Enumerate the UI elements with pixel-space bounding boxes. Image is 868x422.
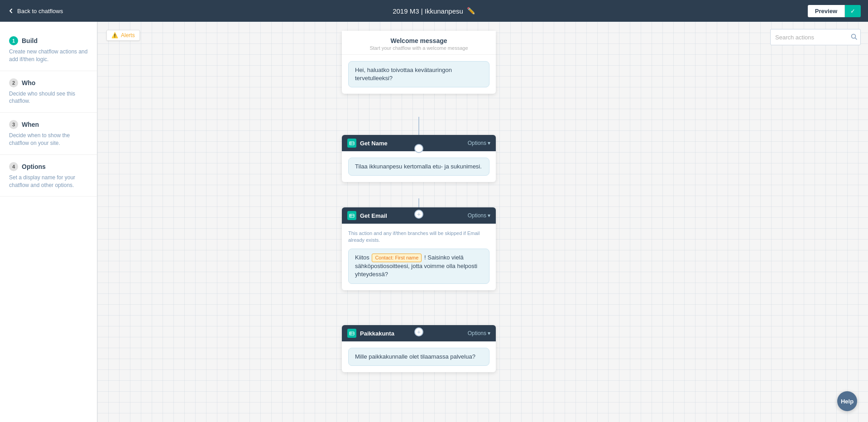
- get-email-node-icon: [347, 211, 356, 220]
- paikkakunta-message-bubble: Mille paikkakunnalle olet tilaamassa pal…: [348, 348, 489, 366]
- preview-button[interactable]: Preview: [808, 5, 845, 17]
- title-area: 2019 M3 | Ikkunanpesu ✏️: [393, 7, 475, 15]
- alerts-button[interactable]: ⚠️ Alerts: [106, 30, 140, 41]
- chevron-down-icon-paikkakunta: ▾: [488, 330, 490, 336]
- chevron-down-icon-email: ▾: [488, 212, 490, 219]
- step-desc-build: Create new chatflow actions and add if/t…: [9, 48, 88, 63]
- get-email-title-area: Get Email: [347, 211, 387, 220]
- chevron-down-icon: ▾: [488, 140, 490, 146]
- welcome-message-bubble: Hei, haluatko toivottaa kevätauringon te…: [348, 61, 489, 87]
- step-num-2: 2: [9, 78, 18, 87]
- add-step-button-3[interactable]: +: [414, 327, 423, 336]
- paikkakunta-title-area: Paikkakunta: [347, 329, 394, 338]
- welcome-header: Welcome message Start your chatflow with…: [342, 31, 496, 55]
- get-name-options-label: Options: [468, 140, 486, 146]
- step-desc-options: Set a display name for your chatflow and…: [9, 174, 88, 189]
- back-to-chatflows-button[interactable]: Back to chatflows: [7, 7, 63, 14]
- sidebar-step-who[interactable]: 2 Who Decide who should see this chatflo…: [0, 71, 97, 113]
- back-arrow-icon: [7, 7, 14, 14]
- search-actions-container: [770, 29, 861, 45]
- step-label-when: When: [22, 121, 39, 128]
- top-navigation: Back to chatflows 2019 M3 | Ikkunanpesu …: [0, 0, 868, 22]
- flow-title: 2019 M3 | Ikkunanpesu: [393, 7, 463, 15]
- add-step-button-2[interactable]: +: [414, 210, 423, 219]
- edit-title-icon[interactable]: ✏️: [467, 7, 475, 15]
- paikkakunta-body: Mille paikkakunnalle olet tilaamassa pal…: [342, 341, 496, 372]
- search-input[interactable]: [770, 29, 861, 45]
- alert-triangle-icon: ⚠️: [111, 32, 118, 38]
- sidebar-step-when[interactable]: 3 When Decide when to show the chatflow …: [0, 113, 97, 155]
- publish-button[interactable]: ✓: [845, 5, 861, 17]
- welcome-title: Welcome message: [349, 37, 489, 44]
- publish-check-icon: ✓: [850, 8, 855, 14]
- get-email-note: This action and any if/then branches wil…: [348, 230, 489, 244]
- get-name-options-button[interactable]: Options ▾: [468, 140, 490, 146]
- back-label: Back to chatflows: [17, 8, 63, 14]
- svg-line-1: [855, 38, 857, 39]
- get-email-message-bubble: Kiitos Contact: First name ! Saisinko vi…: [348, 249, 489, 284]
- step-label-options: Options: [22, 163, 46, 170]
- add-step-button-1: [414, 144, 423, 153]
- get-email-node[interactable]: Get Email Options ▾ This action and any …: [342, 207, 496, 290]
- step-label-who: Who: [22, 79, 35, 86]
- contact-first-name-token[interactable]: Contact: First name: [372, 254, 422, 262]
- alerts-label: Alerts: [121, 32, 135, 38]
- sidebar: 1 Build Create new chatflow actions and …: [0, 22, 97, 422]
- get-name-node[interactable]: Get Name Options ▾ Tilaa ikkunanpesu ker…: [342, 135, 496, 182]
- sidebar-step-options[interactable]: 4 Options Set a display name for your ch…: [0, 155, 97, 197]
- action-buttons: Preview ✓: [808, 5, 861, 17]
- step-num-4: 4: [9, 162, 18, 171]
- step-desc-who: Decide who should see this chatflow.: [9, 90, 88, 106]
- sidebar-step-build[interactable]: 1 Build Create new chatflow actions and …: [0, 29, 97, 71]
- step-num-3: 3: [9, 120, 18, 129]
- paikkakunta-node-icon: [347, 329, 356, 338]
- get-name-title-area: Get Name: [347, 139, 388, 148]
- get-name-body: Tilaa ikkunanpesu kertomalla etu- ja suk…: [342, 151, 496, 182]
- main-layout: 1 Build Create new chatflow actions and …: [0, 22, 868, 422]
- welcome-body: Hei, haluatko toivottaa kevätauringon te…: [342, 55, 496, 94]
- paikkakunta-options-button[interactable]: Options ▾: [468, 330, 490, 336]
- get-email-options-label: Options: [468, 212, 486, 219]
- get-name-title: Get Name: [360, 140, 388, 147]
- help-button[interactable]: Help: [837, 391, 857, 411]
- get-name-message-bubble: Tilaa ikkunanpesu kertomalla etu- ja suk…: [348, 158, 489, 176]
- step-desc-when: Decide when to show the chatflow on your…: [9, 132, 88, 147]
- paikkakunta-title: Paikkakunta: [360, 330, 394, 337]
- canvas-area[interactable]: ⚠️ Alerts: [97, 22, 868, 422]
- paikkakunta-options-label: Options: [468, 330, 486, 336]
- step-num-1: 1: [9, 36, 18, 45]
- get-email-title: Get Email: [360, 212, 387, 219]
- step-label-build: Build: [22, 37, 38, 44]
- email-msg-before: Kiitos: [355, 254, 369, 261]
- search-button[interactable]: [851, 34, 857, 41]
- get-name-node-icon: [347, 139, 356, 148]
- get-email-body: This action and any if/then branches wil…: [342, 224, 496, 290]
- welcome-subtitle: Start your chatflow with a welcome messa…: [349, 45, 489, 51]
- get-email-options-button[interactable]: Options ▾: [468, 212, 490, 219]
- search-icon: [851, 34, 857, 40]
- canvas-content: Welcome message Start your chatflow with…: [97, 22, 731, 422]
- welcome-node[interactable]: Welcome message Start your chatflow with…: [342, 31, 496, 94]
